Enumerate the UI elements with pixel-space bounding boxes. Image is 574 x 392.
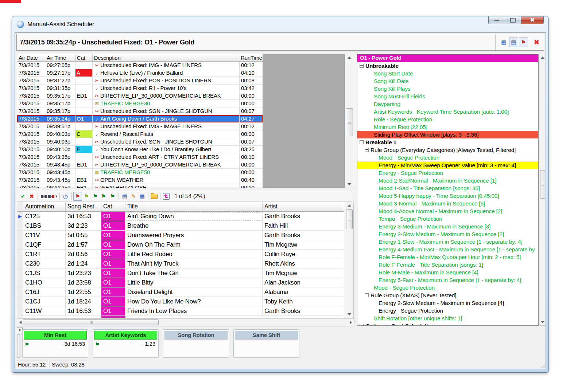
flag-green-button[interactable]: ⚑ — [91, 192, 100, 201]
rule-tree-item[interactable]: Shift Rotation [other unique shifts: 1] — [357, 314, 538, 322]
rule-tree-item[interactable]: Mood 5-Happy happy - Time Separation [0:… — [357, 192, 538, 200]
log-grid-vscrollbar[interactable] — [345, 54, 354, 188]
log-row[interactable]: 7/3/201509:40:03pC♪Rewind / Rascal Flatt… — [17, 130, 263, 138]
log-row[interactable]: 7/3/201509:43:45p✉TRAFFIC MERGE5000:00 — [17, 169, 263, 176]
rule-tree-item[interactable]: Rule Group (XMAS) [Never Tested] — [357, 291, 538, 299]
rule-tree-item[interactable]: Artist Keywords - Keyword Time Separatio… — [357, 108, 538, 115]
log-row[interactable]: 7/3/201509:39:51p✂Unscheduled Fixed: IMG… — [17, 123, 263, 130]
history-clock-button[interactable]: ◷↓ — [61, 192, 70, 201]
folder-button[interactable] — [150, 192, 159, 201]
tree-collapse-icon[interactable] — [365, 148, 369, 152]
log-row[interactable]: 7/3/201509:43:45pEB1✂OPEN WEATHER00:40 — [17, 176, 263, 184]
minimize-button[interactable] — [488, 16, 505, 24]
scroll-down-arrow[interactable] — [539, 320, 546, 325]
find-button[interactable] — [39, 192, 48, 201]
rule-tree-item[interactable]: Energy 1-Slow - Maximum in Sequence [1 -… — [357, 238, 538, 246]
song-row[interactable]: C1BS3d 2:23O1BreatheFaith Hill — [17, 221, 344, 231]
panel-splitter[interactable] — [17, 334, 20, 358]
rule-tree-item[interactable]: Role - Segue Protection — [357, 115, 538, 123]
rule-tree-item[interactable]: Unbreakable — [357, 62, 538, 70]
sort-button[interactable]: ⇅ — [162, 192, 171, 201]
rule-tree-item[interactable]: Role F-Female - Title Separation [songs:… — [357, 261, 538, 268]
find-next-button[interactable]: ▼ — [48, 192, 58, 201]
rule-tree-item[interactable]: Tempo - Segue Protection — [357, 215, 538, 223]
song-row[interactable]: C1RT2d 0:56O1Little Red RodeoCollin Raye — [17, 250, 344, 259]
rule-tree-item[interactable]: Energy 5-Fast - Maximum in Sequence [1 -… — [357, 276, 538, 284]
log-row[interactable]: 7/3/201509:27:17pA♪Helluva Life (Live) /… — [17, 69, 263, 77]
tree-collapse-icon[interactable] — [360, 64, 364, 68]
log-row[interactable]: 7/3/201509:44:25pEB1✂WEATHER CLOSE00:10 — [17, 184, 263, 188]
song-row[interactable]: C1JS1d 23:23O1Don't Take The GirlTim Mcg… — [17, 268, 344, 278]
close-button[interactable]: ✖ — [521, 16, 544, 24]
rule-tree-item[interactable]: Song Must-Fill Fields — [357, 93, 538, 100]
song-grid-vscrollbar[interactable] — [345, 202, 354, 318]
rule-tree-item[interactable]: Song Start Date — [357, 70, 538, 77]
log-row[interactable]: 7/3/201509:43:45pED1✂DIRECTIVE_LP_50_000… — [17, 161, 263, 169]
rule-tree-item[interactable]: Mood 2-Sad/Normal - Maximum in Sequence … — [357, 177, 538, 184]
scroll-thumb[interactable] — [346, 108, 353, 136]
song-row[interactable]: C11W1d 16:53O1Friends In Low PlacesGarth… — [17, 306, 344, 316]
grid-view-button[interactable]: ▦ — [499, 38, 508, 47]
reject-button[interactable]: ✖ — [27, 192, 36, 201]
rule-tree-item[interactable]: Role F-Female - Min/Max Quota per Hour [… — [357, 253, 538, 261]
song-row[interactable]: C1QF2d 1:57O1Down On The FarmTim Mcgraw — [17, 240, 344, 250]
rule-tree-item[interactable]: Energy 3-Medium - Maximum in Sequence [3… — [357, 223, 538, 230]
song-row[interactable]: C2302d 1:24O1That Ain't My TruckRhett Ak… — [17, 259, 344, 268]
rule-tree-item[interactable]: Mood 3-Normal - Maximum in Sequence [5] — [357, 200, 538, 207]
panel-view-button[interactable]: ▤ — [509, 38, 518, 47]
scroll-up-arrow[interactable] — [345, 55, 354, 60]
song-row[interactable]: C16J1d 22:55O1Dixieland DelightAlabama — [17, 287, 344, 297]
panel-close-button[interactable]: x — [17, 328, 23, 333]
rule-tree-item[interactable]: Energy - Segue Protection — [357, 169, 538, 177]
log-row[interactable]: 7/3/201509:35:24pO1♪Ain't Going Down / G… — [17, 115, 263, 123]
song-row[interactable]: C1CJ1d 18:24O1How Do You Like Me Now?Tob… — [17, 297, 344, 306]
song-row[interactable]: C1HO1d 23:58O1Little BittyAlan Jackson — [17, 278, 344, 287]
close-schedule-icon[interactable]: ✖ — [534, 38, 539, 46]
log-row[interactable]: 7/3/201509:43:35p✂Unscheduled Fixed: ART… — [17, 153, 263, 161]
log-row[interactable]: 7/3/201509:35:17p✉TRAFFIC MERGE3000:00 — [17, 100, 263, 107]
rule-tree-item[interactable]: Song Kill Date — [357, 77, 538, 85]
scroll-down-arrow[interactable] — [345, 182, 354, 187]
rule-tree-vscrollbar[interactable] — [539, 54, 546, 326]
scroll-thumb[interactable] — [23, 320, 159, 325]
rule-tree-item[interactable]: Energy - Segue Protection — [357, 307, 538, 314]
scroll-right-arrow[interactable] — [348, 319, 353, 326]
scroll-down-arrow[interactable] — [345, 312, 353, 317]
rule-tree-item[interactable]: Mood - Segue Protection — [357, 284, 538, 291]
tree-collapse-icon[interactable] — [360, 324, 364, 326]
rule-tree-item[interactable]: Song Kill Plays — [357, 85, 538, 93]
rule-tree-item[interactable]: Optimum Goal Scheduling — [357, 322, 538, 326]
rule-tree-item[interactable]: Rule Group (Everyday Categories) [Always… — [357, 146, 538, 154]
flag-up-button[interactable]: ⚑↑ — [108, 192, 117, 201]
rule-tree-item[interactable]: Breakable 1 — [357, 138, 538, 146]
tree-collapse-icon[interactable] — [360, 140, 364, 144]
rule-tree-item[interactable]: Mood - Segue Protection — [357, 154, 538, 161]
rule-flags-button[interactable]: ⚑ — [519, 38, 528, 47]
edit-song-button[interactable]: ✎ — [129, 192, 138, 201]
flags-all-button[interactable]: ⚑ — [73, 192, 82, 201]
log-row[interactable]: 7/3/201509:31:27p✂Unscheduled Fixed: POS… — [17, 77, 263, 85]
log-row[interactable]: 7/3/201509:40:03p✂Unscheduled Fixed: SGN… — [17, 138, 263, 146]
log-row[interactable]: 7/3/201509:27:05p✂Unscheduled Fixed: IMG… — [17, 62, 263, 69]
rule-tree-item[interactable]: Energy 4-Medium Fast - Maximum in Sequen… — [357, 246, 538, 253]
song-grid-hscrollbar[interactable] — [17, 318, 354, 326]
accept-button[interactable]: ✔ — [19, 192, 27, 201]
rule-tree-item[interactable]: Minimum Rest [22:05] — [357, 123, 538, 131]
log-row[interactable]: 7/3/201509:35:17p✂Unscheduled Fixed: SGN… — [17, 107, 263, 115]
flag-down-button[interactable]: ⚑↓ — [100, 192, 108, 201]
rule-tree-item[interactable]: Energy - Min/Max Sweep Opener Value [min… — [357, 161, 538, 169]
scroll-thumb[interactable] — [540, 170, 545, 199]
rule-tree-item[interactable]: Mood 4-Above Normal - Maximum in Sequenc… — [357, 207, 538, 215]
song-info-button[interactable]: ▤ — [120, 192, 129, 201]
save-doc-button[interactable]: ▦ — [138, 192, 147, 201]
maximize-button[interactable] — [505, 16, 521, 24]
rule-tree-item[interactable]: Role M-Male - Maximum in Sequence [4] — [357, 268, 538, 276]
flag-yellow-button[interactable]: ⚑ — [82, 192, 91, 201]
rule-tree-item[interactable]: Mood 1-Sad - Title Separation [songs: 35… — [357, 184, 538, 192]
scroll-up-arrow[interactable] — [345, 203, 353, 208]
scroll-up-arrow[interactable] — [539, 55, 546, 60]
tree-collapse-icon[interactable] — [365, 293, 369, 297]
rule-tree-item[interactable]: Energy 2-Slow Medium - Maximum in Sequen… — [357, 299, 538, 307]
scroll-left-arrow[interactable] — [18, 319, 23, 326]
rule-tree-item[interactable]: Energy 2-Slow Medium - Maximum in Sequen… — [357, 230, 538, 238]
